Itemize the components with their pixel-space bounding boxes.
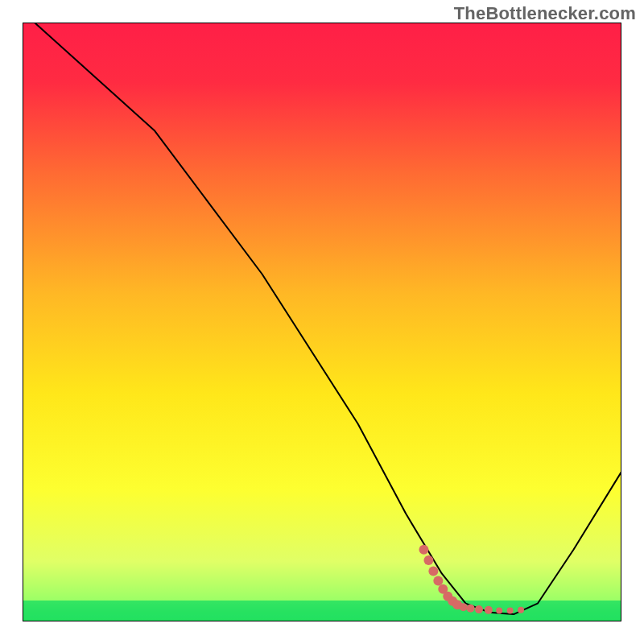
highlight-marker [496,608,502,614]
highlight-marker [423,555,433,565]
gradient-background [23,23,621,621]
watermark-text: TheBottlenecker.com [454,3,636,24]
highlight-marker [428,567,438,576]
chart-svg [23,23,621,621]
highlight-marker [460,603,468,611]
highlight-marker [518,607,524,613]
highlight-marker [419,545,428,555]
chart-frame: TheBottlenecker.com [0,0,644,644]
green-band [23,601,621,618]
highlight-marker [485,606,493,614]
highlight-marker [475,605,483,613]
plot-area [23,23,621,621]
highlight-marker [507,608,514,614]
highlight-marker [467,605,475,613]
highlight-marker [433,576,443,585]
